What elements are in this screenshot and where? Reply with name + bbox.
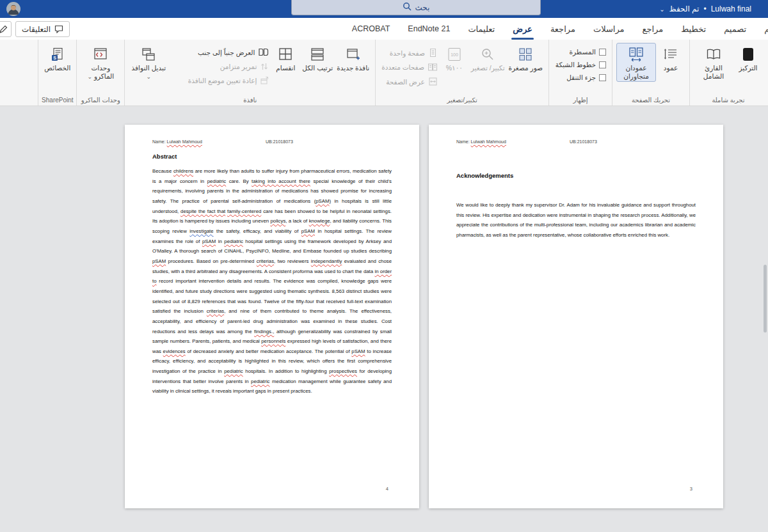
one-page-icon [428,48,438,58]
search-box[interactable]: بحث [291,0,541,15]
switch-windows-icon [141,45,156,64]
split-button[interactable]: انقسام [271,43,300,74]
comments-button[interactable]: التعليقات [15,21,70,37]
title-separator: • [703,4,706,13]
page-width-button[interactable]: عرض الصفحة [380,75,440,88]
reset-window-position-button[interactable]: إعادة تعيين موضع النافذة [168,75,271,86]
tab-mailings[interactable]: مراسلات [584,18,634,40]
document-page-3[interactable]: Name: Lulwah Mahmoud UB:21018073 Acknowl… [429,125,723,508]
gridlines-checkbox[interactable]: خطوط الشبكة [553,59,608,70]
multiple-pages-icon [428,63,438,72]
page-number: 4 [386,486,388,492]
properties-button[interactable]: S الخصائص [42,43,72,74]
page-number: 3 [690,486,692,492]
vertical-button[interactable]: عمود [656,43,685,74]
group-macros: وحدات الماكرو ⌄ وحدات الماكرو [76,40,124,106]
save-status[interactable]: تم الحفظ [669,4,700,13]
zoom-button[interactable]: تكبير/ تصغير [469,43,507,74]
comments-label: التعليقات [22,25,51,34]
group-label-immersive: تجربة شاملة [690,97,767,104]
tab-endnote[interactable]: EndNote 21 [399,18,459,40]
view-side-by-side-button[interactable]: العرض جنباً إلى جنب [168,47,271,58]
zoom-100-button[interactable]: 100 ١٠٠% [440,43,469,74]
document-canvas: Name: Lulwah Mahmoud UB:21018073 Acknowl… [0,106,768,532]
side-to-side-icon [628,45,644,64]
abstract-body: Because childrens are more likely than a… [152,166,392,396]
chevron-down-icon[interactable]: ⌄ [659,6,664,13]
header-name: Name: Lulwah Mahmoud [456,139,570,144]
arrange-all-button[interactable]: ترتيب الكل [300,43,335,74]
vertical-scroll-icon [663,45,678,64]
group-sharepoint: S الخصائص SharePoint [38,40,76,106]
sync-scroll-icon [260,62,269,71]
header-id: UB:21018073 [266,139,293,144]
chevron-down-icon: ⌄ [147,74,152,80]
group-label-movement: تحريك الصفحة [612,97,689,104]
group-page-movement: عمود عمودان متجاوران تحريك الصفحة [612,40,689,106]
new-window-button[interactable]: نافذة جديدة [335,43,371,74]
properties-icon: S [50,45,65,64]
tab-view[interactable]: عرض [504,18,541,40]
page-header: Name: Lulwah Mahmoud UB:21018073 [456,139,696,144]
ruler-checkbox[interactable]: المسطرة [553,47,608,57]
ribbon-tabs: رسم تصميم تخطيط مراجع مراسلات مراجعة عرض… [343,18,768,40]
group-label-window: نافذة [125,97,375,104]
focus-icon [741,45,755,64]
thumbnails-button[interactable]: صور مصغرة [507,43,545,74]
side-to-side-button[interactable]: عمودان متجاوران [616,43,656,82]
tab-draw[interactable]: رسم [755,18,768,40]
focus-button[interactable]: التركيز [733,43,763,74]
tab-design[interactable]: تصميم [715,18,755,40]
open-book-icon [705,45,722,64]
tab-references[interactable]: مراجع [634,18,673,40]
group-label-show: إظهار [549,97,612,104]
header-id: UB:21018073 [570,139,597,144]
arrange-all-icon [310,45,325,64]
ribbon-view-tab: التركيز القارئ الشامل تجربة شاملة عمود ع… [0,40,768,106]
document-title: Lulwah final [711,4,751,13]
document-page-4[interactable]: Name: Lulwah Mahmoud UB:21018073 Abstrac… [125,125,419,508]
multiple-pages-button[interactable]: صفحات متعددة [380,61,440,73]
navigation-pane-checkbox[interactable]: جزء التنقل [553,72,608,82]
group-immersive-experience: التركيز القارئ الشامل تجربة شاملة [689,40,767,106]
search-icon [403,2,412,13]
group-label-macros: وحدات الماكرو [77,97,124,104]
checkbox-icon [599,74,606,81]
zoom-100-icon: 100 [447,45,462,64]
titlebar: بحث Lulwah final • تم الحفظ ⌄ [0,0,768,18]
checkbox-icon [599,61,606,68]
split-window-icon [278,45,293,64]
synchronous-scrolling-button[interactable]: تمرير متزامن [168,61,271,72]
person-icon [6,2,20,16]
page-width-icon [428,77,438,86]
editing-mode-badge[interactable] [0,21,12,37]
svg-text:S: S [53,56,56,60]
immersive-reader-button[interactable]: القارئ الشامل [694,43,733,82]
pencil-icon [0,25,8,34]
magnifier-icon [480,45,495,64]
vertical-scrollbar[interactable] [764,265,767,332]
group-zoom: صور مصغرة تكبير/ تصغير 100 ١٠٠% صفحة واح… [375,40,548,106]
comment-icon [54,25,63,33]
svg-text:100: 100 [451,52,458,57]
title-cluster: Lulwah final • تم الحفظ ⌄ [659,0,751,18]
page-header: Name: Lulwah Mahmoud UB:21018073 [152,139,392,144]
ribbon-tab-row: رسم تصميم تخطيط مراجع مراسلات مراجعة عرض… [0,18,768,40]
search-label: بحث [415,3,430,12]
one-page-button[interactable]: صفحة واحدة [380,47,440,59]
chevron-down-icon: ⌄ [87,74,92,80]
tab-review[interactable]: مراجعة [541,18,584,40]
checkbox-icon [599,49,606,56]
macros-button[interactable]: وحدات الماكرو ⌄ [81,43,120,82]
switch-windows-button[interactable]: تبديل النوافذ ⌄ [129,43,168,82]
heading-acknowledgements: Acknowledgements [456,172,696,179]
header-name: Name: Lulwah Mahmoud [152,139,266,144]
acknowledgements-body: We would like to deeply thank my supervi… [456,200,696,240]
group-show: المسطرة خطوط الشبكة جزء التنقل إظهار [548,40,612,106]
tab-layout[interactable]: تخطيط [672,18,715,40]
macros-icon [93,45,108,64]
user-avatar[interactable] [6,2,20,16]
tab-help[interactable]: تعليمات [459,18,504,40]
tab-acrobat[interactable]: ACROBAT [343,18,399,40]
reset-window-icon [260,76,269,85]
